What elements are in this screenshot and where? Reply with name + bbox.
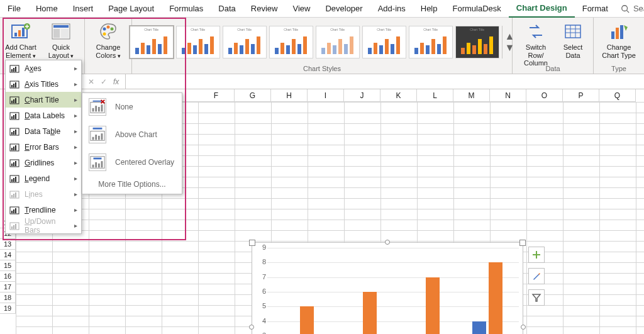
tab-home[interactable]: Home	[28, 0, 65, 18]
tab-add-ins[interactable]: Add-ins	[370, 0, 413, 18]
svg-rect-29	[13, 84, 14, 87]
menu-item-legend[interactable]: Legend▸	[6, 170, 81, 186]
chart-bar[interactable]	[489, 262, 502, 334]
svg-rect-30	[15, 82, 16, 87]
fx-label[interactable]: fx	[113, 77, 119, 86]
chart-elements-button[interactable]	[528, 247, 545, 263]
column-header[interactable]: Q	[599, 89, 636, 101]
chart-style-2[interactable]: Chart Title	[176, 26, 220, 58]
menu-item-lines: Lines▸	[6, 186, 81, 202]
menu-item-trendline[interactable]: Trendline▸	[6, 202, 81, 218]
svg-rect-52	[11, 179, 13, 182]
embedded-chart[interactable]: 01234567891234 Series1Series2	[252, 242, 523, 334]
row-header[interactable]: 14	[0, 250, 16, 260]
svg-rect-10	[61, 29, 69, 38]
chart-styles-button[interactable]	[528, 268, 545, 284]
chart-bar[interactable]	[426, 277, 440, 334]
svg-rect-46	[15, 145, 16, 150]
switch-row-col-icon	[526, 21, 546, 42]
column-header[interactable]: G	[235, 89, 271, 101]
row-header[interactable]: 16	[0, 271, 16, 282]
cancel-icon[interactable]: ✕	[88, 77, 94, 86]
tab-file[interactable]: File	[0, 0, 28, 18]
menu-item-error-bars[interactable]: Error Bars▸	[6, 139, 81, 155]
tab-view[interactable]: View	[285, 0, 318, 18]
change-chart-type-button[interactable]: Change Chart Type	[599, 19, 639, 59]
row-header[interactable]: 15	[0, 260, 16, 271]
menu-item-axes[interactable]: Axes▸	[6, 60, 81, 76]
chart-bar[interactable]	[363, 292, 377, 334]
column-header[interactable]: M	[453, 89, 490, 101]
tab-page-layout[interactable]: Page Layout	[101, 0, 162, 18]
menu-item-axis-titles[interactable]: Axis Titles▸	[6, 76, 81, 92]
resize-handle[interactable]	[519, 240, 526, 246]
column-header[interactable]: H	[271, 89, 308, 101]
svg-rect-40	[11, 132, 13, 135]
tab-data[interactable]: Data	[211, 0, 243, 18]
svg-rect-60	[11, 211, 13, 213]
resize-handle[interactable]	[249, 325, 254, 330]
chart-bar[interactable]	[472, 321, 486, 334]
chart-style-1[interactable]: Chart Title	[130, 26, 174, 58]
column-header[interactable]: F	[198, 89, 235, 101]
menu-item-icon	[9, 189, 19, 199]
submenu-item-none[interactable]: None	[82, 93, 182, 121]
chart-style-5[interactable]: Chart Title	[316, 26, 360, 58]
svg-rect-83	[92, 165, 94, 168]
row-header[interactable]: 18	[0, 292, 16, 303]
column-header[interactable]: L	[417, 89, 453, 101]
chart-style-7[interactable]: Chart Title	[409, 26, 453, 58]
submenu-item-icon	[89, 126, 106, 143]
column-header[interactable]: P	[563, 89, 599, 101]
menu-item-data-labels[interactable]: Data Labels▸	[6, 108, 81, 123]
svg-rect-57	[13, 194, 14, 198]
chart-style-8[interactable]: Chart Title	[455, 26, 499, 58]
row-header[interactable]: 19	[0, 303, 16, 314]
search-button[interactable]: Search	[616, 4, 644, 13]
tab-insert[interactable]: Insert	[65, 0, 101, 18]
menu-item-gridlines[interactable]: Gridlines▸	[6, 155, 81, 170]
svg-rect-32	[11, 101, 13, 103]
tab-formulas[interactable]: Formulas	[162, 0, 211, 18]
column-header[interactable]: O	[526, 89, 563, 101]
resize-handle[interactable]	[249, 240, 255, 246]
quick-layout-button[interactable]: Quick Layout	[43, 19, 79, 59]
svg-point-14	[103, 33, 106, 36]
menu-item-data-table[interactable]: Data Table▸	[6, 123, 81, 139]
submenu-item-centered-overlay[interactable]: Centered Overlay	[82, 148, 182, 176]
formula-input[interactable]	[126, 75, 644, 89]
add-chart-element-button[interactable]: Add Chart Element	[3, 19, 39, 59]
change-colors-button[interactable]: Change Colors	[90, 19, 126, 59]
tab-formuladesk[interactable]: FormulaDesk	[445, 0, 509, 18]
menu-item-chart-title[interactable]: Chart Title▸	[6, 92, 81, 108]
switch-row-column-button[interactable]: Switch Row/ Column	[518, 19, 554, 67]
change-chart-type-label: Change Chart Type	[599, 43, 639, 59]
search-icon	[621, 4, 630, 13]
enter-icon[interactable]: ✓	[101, 77, 107, 86]
resize-handle[interactable]	[521, 325, 526, 330]
tab-developer[interactable]: Developer	[318, 0, 370, 18]
resize-handle[interactable]	[385, 240, 390, 245]
svg-rect-48	[11, 164, 13, 166]
select-data-button[interactable]: Select Data	[558, 19, 588, 59]
chart-style-4[interactable]: Chart Title	[269, 26, 313, 58]
more-title-options[interactable]: More Title Options...	[82, 176, 182, 190]
column-header[interactable]: I	[308, 89, 344, 101]
submenu-item-above-chart[interactable]: Above Chart	[82, 121, 182, 148]
row-header[interactable]: 13	[0, 239, 16, 250]
tab-help[interactable]: Help	[413, 0, 445, 18]
row-header[interactable]: 17	[0, 282, 16, 292]
submenu-item-icon	[89, 98, 106, 116]
chart-bar[interactable]	[300, 306, 314, 334]
column-header[interactable]: N	[490, 89, 526, 101]
column-header[interactable]: K	[380, 89, 417, 101]
tab-chart-design[interactable]: Chart Design	[509, 0, 575, 18]
y-tick-label: 9	[256, 243, 266, 251]
chart-filters-button[interactable]	[528, 289, 545, 306]
tab-review[interactable]: Review	[243, 0, 286, 18]
column-header[interactable]: J	[344, 89, 380, 101]
svg-rect-37	[13, 115, 14, 119]
chart-style-6[interactable]: Chart Title	[362, 26, 406, 58]
tab-format[interactable]: Format	[575, 0, 616, 18]
chart-style-3[interactable]: Chart Title	[223, 26, 267, 58]
